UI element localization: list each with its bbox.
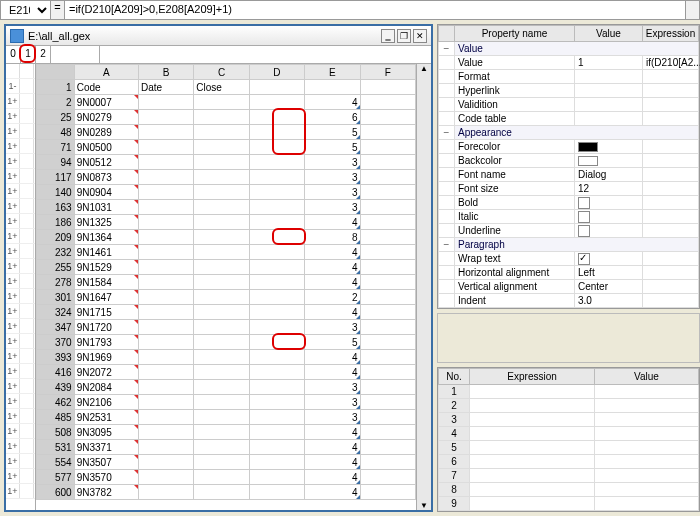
cell[interactable]: 9N1969 xyxy=(74,350,138,365)
outline-toggle[interactable]: 1+ xyxy=(6,274,35,289)
cell[interactable] xyxy=(194,275,249,290)
row-header[interactable]: 117 xyxy=(37,170,75,185)
property-value[interactable]: 1 xyxy=(575,56,643,70)
expr-value[interactable] xyxy=(594,385,698,399)
cell[interactable] xyxy=(360,200,415,215)
property-expression[interactable] xyxy=(643,84,699,98)
outline-level-0[interactable]: 0 xyxy=(6,46,21,63)
cell[interactable] xyxy=(360,290,415,305)
cell[interactable]: 9N0873 xyxy=(74,170,138,185)
property-expression[interactable] xyxy=(643,252,699,266)
cell[interactable] xyxy=(138,380,193,395)
cell[interactable]: 9N0904 xyxy=(74,185,138,200)
cell[interactable]: 2 xyxy=(305,290,360,305)
cell[interactable] xyxy=(194,350,249,365)
outline-toggle[interactable]: 1- xyxy=(6,79,20,93)
property-expression[interactable] xyxy=(643,196,699,210)
cell[interactable] xyxy=(249,425,304,440)
cell[interactable] xyxy=(194,260,249,275)
property-value[interactable] xyxy=(575,70,643,84)
expr-expression[interactable] xyxy=(470,469,595,483)
row-header[interactable]: 301 xyxy=(37,290,75,305)
cell[interactable] xyxy=(194,335,249,350)
cell[interactable]: 4 xyxy=(305,425,360,440)
cell[interactable] xyxy=(194,170,249,185)
expr-value[interactable] xyxy=(594,469,698,483)
outline-toggle[interactable]: 1+ xyxy=(6,124,35,139)
row-header[interactable]: 485 xyxy=(37,410,75,425)
cell[interactable] xyxy=(194,425,249,440)
cell[interactable] xyxy=(194,125,249,140)
cell[interactable] xyxy=(249,200,304,215)
outline-toggle[interactable]: 1+ xyxy=(6,109,35,124)
cell[interactable] xyxy=(138,170,193,185)
cell[interactable]: 4 xyxy=(305,455,360,470)
row-header[interactable]: 554 xyxy=(37,455,75,470)
row-header[interactable]: 140 xyxy=(37,185,75,200)
checkbox[interactable] xyxy=(578,211,590,223)
row-header[interactable]: 370 xyxy=(37,335,75,350)
cell[interactable] xyxy=(138,125,193,140)
property-value[interactable] xyxy=(575,112,643,126)
outline-toggle[interactable]: 1+ xyxy=(6,259,35,274)
cell[interactable] xyxy=(194,440,249,455)
outline-toggle[interactable]: 1+ xyxy=(6,214,35,229)
property-group[interactable]: Paragraph xyxy=(455,238,699,252)
cell[interactable] xyxy=(194,395,249,410)
expr-value[interactable] xyxy=(594,427,698,441)
cell[interactable] xyxy=(249,335,304,350)
cell[interactable] xyxy=(194,320,249,335)
cell[interactable] xyxy=(194,215,249,230)
select-all-corner[interactable] xyxy=(37,65,75,80)
cell[interactable] xyxy=(360,155,415,170)
cell[interactable]: 9N1720 xyxy=(74,320,138,335)
column-header-C[interactable]: C xyxy=(194,65,249,80)
cell[interactable]: 4 xyxy=(305,95,360,110)
cell[interactable] xyxy=(138,245,193,260)
cell[interactable] xyxy=(360,275,415,290)
outline-level-2[interactable]: 2 xyxy=(36,46,51,63)
cell[interactable]: 4 xyxy=(305,440,360,455)
cell[interactable] xyxy=(138,425,193,440)
expr-expression[interactable] xyxy=(470,497,595,511)
cell[interactable] xyxy=(138,335,193,350)
outline-toggle[interactable]: 1+ xyxy=(6,484,35,499)
cell[interactable] xyxy=(249,380,304,395)
property-expression[interactable] xyxy=(643,70,699,84)
cell[interactable] xyxy=(249,230,304,245)
outline-toggle[interactable]: 1+ xyxy=(6,349,35,364)
cell[interactable] xyxy=(194,410,249,425)
cell[interactable] xyxy=(249,470,304,485)
cell[interactable] xyxy=(249,305,304,320)
property-group[interactable]: Value xyxy=(455,42,699,56)
cell[interactable] xyxy=(249,395,304,410)
cell[interactable]: 4 xyxy=(305,485,360,500)
row-header[interactable]: 2 xyxy=(37,95,75,110)
cell[interactable] xyxy=(138,440,193,455)
cell[interactable] xyxy=(360,245,415,260)
cell[interactable]: 9N3782 xyxy=(74,485,138,500)
cell[interactable]: 5 xyxy=(305,125,360,140)
cell[interactable] xyxy=(360,80,415,95)
cell[interactable] xyxy=(360,470,415,485)
property-value[interactable] xyxy=(575,196,643,210)
cell[interactable]: 9N2531 xyxy=(74,410,138,425)
checkbox[interactable] xyxy=(578,197,590,209)
cell[interactable] xyxy=(138,230,193,245)
minimize-button[interactable]: ‗ xyxy=(381,29,395,43)
formula-input[interactable]: =if(D210[A209]>0,E208[A209]+1) xyxy=(65,1,685,19)
row-header[interactable]: 232 xyxy=(37,245,75,260)
cell[interactable] xyxy=(360,410,415,425)
cell[interactable] xyxy=(249,215,304,230)
cell[interactable] xyxy=(138,305,193,320)
color-swatch[interactable] xyxy=(578,156,598,166)
property-expression[interactable] xyxy=(643,168,699,182)
cell[interactable]: 6 xyxy=(305,110,360,125)
row-header[interactable]: 1 xyxy=(37,80,75,95)
property-value[interactable] xyxy=(575,84,643,98)
spreadsheet-grid[interactable]: ABCDEF1CodeDateClose29N00074259N02796489… xyxy=(36,64,416,510)
row-header[interactable]: 163 xyxy=(37,200,75,215)
cell[interactable] xyxy=(194,485,249,500)
cell[interactable]: 9N3507 xyxy=(74,455,138,470)
expr-expression[interactable] xyxy=(470,455,595,469)
